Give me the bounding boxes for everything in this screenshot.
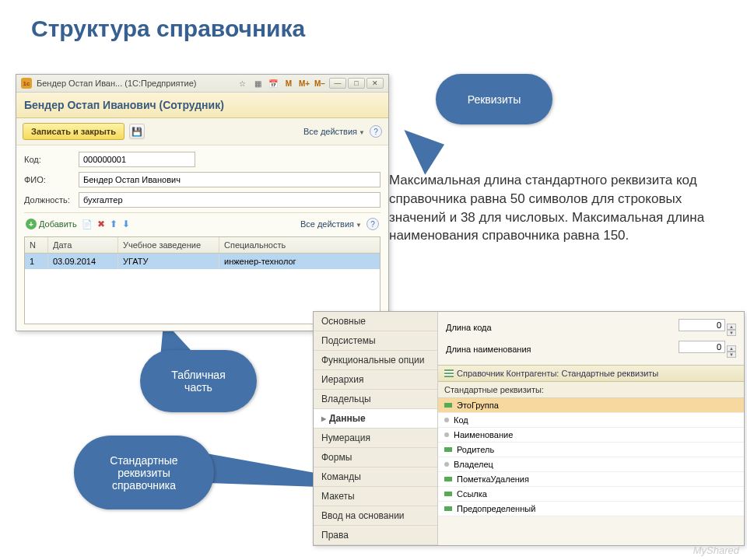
attr-green-icon <box>444 506 452 511</box>
all-actions-link[interactable]: Все действия▼ <box>303 127 365 136</box>
callout-std-attrs: Стандартныереквизитысправочника <box>74 436 214 509</box>
config-tab[interactable]: Подсистемы <box>314 331 437 351</box>
attr-green-icon <box>444 477 452 481</box>
m-plus-button[interactable]: M+ <box>298 78 310 89</box>
copy-icon[interactable]: 📄 <box>82 219 93 229</box>
config-tab[interactable]: Команды <box>314 467 437 487</box>
slide-title: Структура справочника <box>0 0 747 50</box>
col-date[interactable]: Дата <box>48 237 118 253</box>
calendar-icon[interactable]: 📅 <box>267 78 279 89</box>
callout-tail <box>392 130 444 177</box>
config-tab[interactable]: Владельцы <box>314 390 437 409</box>
form-toolbar: Записать и закрыть 💾 Все действия▼ ? <box>16 118 388 145</box>
move-down-icon[interactable]: ⬇ <box>122 219 130 229</box>
m-button[interactable]: M <box>282 78 295 89</box>
grid-header: N Дата Учебное заведение Специальность <box>25 237 380 254</box>
config-tab[interactable]: Основные <box>314 312 437 331</box>
callout-tabular: Табличнаячасть <box>140 350 257 412</box>
config-tab[interactable]: Нумерация <box>314 429 437 448</box>
config-tab[interactable]: Макеты <box>314 487 437 506</box>
help-icon[interactable]: ? <box>370 125 382 138</box>
callout-attributes: Реквизиты <box>436 74 552 124</box>
app-logo-icon: 1c <box>21 78 32 89</box>
close-button[interactable]: ✕ <box>366 78 384 89</box>
list-icon <box>444 369 454 377</box>
config-tab[interactable]: Формы <box>314 448 437 467</box>
window-titlebar[interactable]: 1c Бендер Остап Иван... (1С:Предприятие)… <box>16 75 388 93</box>
config-tab[interactable]: Ввод на основании <box>314 506 437 526</box>
std-attr-item[interactable]: Код <box>438 413 744 428</box>
std-attrs-panel-title: Справочник Контрагенты: Стандартные рекв… <box>438 365 744 382</box>
config-tab[interactable]: Права <box>314 526 437 545</box>
std-attr-item[interactable]: Владелец <box>438 457 744 472</box>
code-label: Код: <box>24 155 79 164</box>
save-close-button[interactable]: Записать и закрыть <box>23 123 124 140</box>
std-attrs-list: ЭтоГруппаКодНаименованиеРодительВладелец… <box>438 398 744 516</box>
all-actions-link-2[interactable]: Все действия▼ <box>300 219 362 229</box>
minimize-button[interactable]: — <box>329 78 346 89</box>
attr-green-icon <box>444 447 452 452</box>
attr-dot-icon <box>444 432 449 437</box>
attr-green-icon <box>444 492 452 496</box>
description-text: Максимальная длина стандартного реквизит… <box>389 171 731 245</box>
col-spec[interactable]: Специальность <box>219 237 380 253</box>
calc-icon[interactable]: ▦ <box>251 78 264 89</box>
delete-icon[interactable]: ✖ <box>97 219 105 229</box>
employee-window: 1c Бендер Остап Иван... (1С:Предприятие)… <box>16 74 389 331</box>
config-tabs: ОсновныеПодсистемыФункциональные опцииИе… <box>314 312 438 545</box>
fio-input[interactable] <box>79 172 381 187</box>
config-tab[interactable]: Функциональные опции <box>314 351 437 370</box>
position-input[interactable] <box>79 192 381 208</box>
add-row-button[interactable]: +Добавить <box>26 219 77 229</box>
spinner-icon[interactable]: ▲▼ <box>727 345 736 358</box>
position-label: Должность: <box>24 195 79 205</box>
fio-label: ФИО: <box>24 175 79 184</box>
plus-icon: + <box>26 219 37 229</box>
attr-dot-icon <box>444 418 449 422</box>
configurator-window: ОсновныеПодсистемыФункциональные опцииИе… <box>313 311 745 546</box>
code-length-label: Длина кода <box>446 323 492 332</box>
std-attr-item[interactable]: ПометкаУдаления <box>438 472 744 487</box>
name-length-input[interactable] <box>679 341 725 353</box>
std-attr-item[interactable]: Наименование <box>438 428 744 443</box>
std-attr-item[interactable]: Предопределенный <box>438 502 744 516</box>
table-toolbar: +Добавить 📄 ✖ ⬆ ⬇ Все действия▼ ? <box>24 212 381 235</box>
std-attr-item[interactable]: Ссылка <box>438 487 744 502</box>
std-attr-item[interactable]: Родитель <box>438 443 744 457</box>
name-length-label: Длина наименования <box>446 345 531 354</box>
col-n[interactable]: N <box>25 237 48 253</box>
watermark: MyShared <box>693 544 739 556</box>
attr-dot-icon <box>444 462 449 467</box>
save-icon-button[interactable]: 💾 <box>129 124 145 139</box>
config-tab[interactable]: ▶Данные <box>314 409 437 429</box>
config-properties: Длина кода ▲▼ Длина наименования ▲▼ <box>438 312 744 365</box>
window-title: Бендер Остап Иван... (1С:Предприятие) <box>37 79 236 88</box>
std-attr-item[interactable]: ЭтоГруппа <box>438 398 744 413</box>
std-attrs-label: Стандартные реквизиты: <box>438 382 744 398</box>
maximize-button[interactable]: □ <box>348 78 365 89</box>
favorite-icon[interactable]: ☆ <box>236 78 248 89</box>
code-length-input[interactable] <box>679 319 725 331</box>
spinner-icon[interactable]: ▲▼ <box>727 324 736 336</box>
col-school[interactable]: Учебное заведение <box>118 237 219 253</box>
help-icon-2[interactable]: ? <box>366 218 379 230</box>
attr-green-icon <box>444 403 452 408</box>
config-tab[interactable]: Иерархия <box>314 370 437 390</box>
m-minus-button[interactable]: M− <box>314 78 326 89</box>
table-row[interactable]: 1 03.09.2014 УГАТУ инженер-технолог <box>25 254 380 269</box>
code-input[interactable] <box>79 152 195 167</box>
form-header: Бендер Остап Иванович (Сотрудник) <box>16 93 388 118</box>
move-up-icon[interactable]: ⬆ <box>110 219 117 229</box>
form-body: Код: ФИО: Должность: +Добавить 📄 ✖ ⬆ ⬇ В… <box>16 145 388 331</box>
